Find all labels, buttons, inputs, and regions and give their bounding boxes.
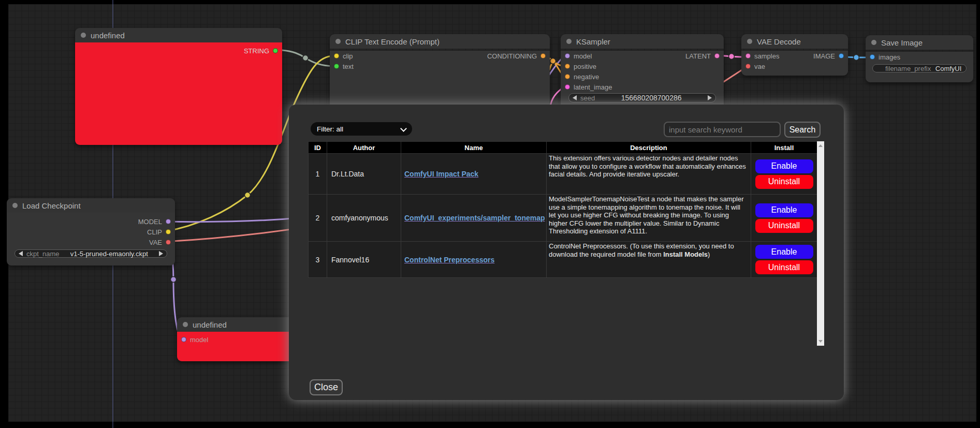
uninstall-button[interactable]: Uninstall xyxy=(755,260,813,274)
node-title-bar[interactable]: undefined xyxy=(177,317,295,332)
node-undefined-bottom[interactable]: undefined model xyxy=(177,317,295,361)
node-undefined-top[interactable]: undefined STRING xyxy=(75,28,282,145)
col-header-author: Author xyxy=(327,142,401,154)
output-slot-clip[interactable] xyxy=(166,229,171,234)
output-slot-image[interactable] xyxy=(839,53,844,58)
reroute-dot-model xyxy=(171,277,177,283)
table-scrollbar[interactable] xyxy=(817,141,824,346)
seed-widget[interactable]: seed 156680208700286 xyxy=(568,93,716,102)
collapse-dot-icon[interactable] xyxy=(747,39,752,44)
custom-nodes-dialog: Filter: all Search ID Author Name Descri… xyxy=(289,105,844,400)
node-title-bar[interactable]: CLIP Text Encode (Prompt) xyxy=(330,34,550,49)
cell-description: This extension offers various detector n… xyxy=(547,154,751,195)
collapse-dot-icon[interactable] xyxy=(81,33,86,38)
filter-dropdown-wrap: Filter: all xyxy=(311,122,412,136)
cell-id: 3 xyxy=(309,242,327,278)
output-slot-model[interactable] xyxy=(166,219,171,224)
extension-row: 3 Fannovel16 ControlNet Preprocessors Co… xyxy=(309,242,817,278)
cell-description: ControlNet Preprocessors. (To use this e… xyxy=(547,242,751,278)
cell-install: Enable Uninstall xyxy=(751,195,817,242)
node-save-image[interactable]: Save Image images filename_prefix ComfyU… xyxy=(866,35,973,82)
input-slot-model[interactable] xyxy=(181,337,186,342)
output-slot-vae[interactable] xyxy=(166,240,171,245)
node-title: undefined xyxy=(91,31,125,40)
input-slot-samples[interactable] xyxy=(745,53,751,58)
input-slot-vae[interactable] xyxy=(745,64,751,69)
node-vae-decode[interactable]: VAE Decode samples IMAGE vae xyxy=(741,34,848,76)
col-header-install: Install xyxy=(751,142,817,154)
cell-description: ModelSamplerTonemapNoiseTest a node that… xyxy=(547,195,751,242)
cell-author: Dr.Lt.Data xyxy=(327,154,401,195)
collapse-dot-icon[interactable] xyxy=(566,39,572,44)
node-load-checkpoint[interactable]: Load Checkpoint MODEL CLIP VAE ckpt_name… xyxy=(7,198,175,265)
input-slot-clip[interactable] xyxy=(334,53,339,58)
cell-id: 2 xyxy=(309,195,327,242)
cell-install: Enable Uninstall xyxy=(751,154,817,195)
input-slot-positive[interactable] xyxy=(565,64,570,69)
scroll-down-arrow-icon[interactable] xyxy=(818,340,823,343)
collapse-dot-icon[interactable] xyxy=(12,203,18,208)
node-title: Load Checkpoint xyxy=(22,201,81,210)
uninstall-button[interactable]: Uninstall xyxy=(755,175,813,189)
extensions-table-wrap: ID Author Name Description Install 1 Dr.… xyxy=(308,141,824,346)
next-checkpoint-arrow-icon[interactable] xyxy=(159,251,163,256)
table-header-row: ID Author Name Description Install xyxy=(309,142,817,154)
col-header-id: ID xyxy=(309,142,327,154)
comfyui-window: undefined STRING CLIP Text Encode (Promp… xyxy=(0,0,980,428)
reroute-dot-clip xyxy=(245,193,251,198)
node-title: Save Image xyxy=(881,38,923,47)
reroute-dot-conditioning xyxy=(550,58,556,64)
reroute-dot-string xyxy=(303,55,309,61)
search-input[interactable] xyxy=(664,122,781,137)
prev-checkpoint-arrow-icon[interactable] xyxy=(19,251,23,256)
close-button[interactable]: Close xyxy=(310,379,343,395)
node-title-bar[interactable]: Load Checkpoint xyxy=(7,198,175,213)
output-label: CONDITIONING xyxy=(487,52,537,60)
cell-install: Enable Uninstall xyxy=(751,242,817,278)
output-slot-string[interactable] xyxy=(273,48,278,53)
node-clip-text-encode[interactable]: CLIP Text Encode (Prompt) clip CONDITION… xyxy=(330,34,550,111)
node-title-bar[interactable]: KSampler xyxy=(561,34,724,49)
extension-link[interactable]: ComfyUI_experiments/sampler_tonemap xyxy=(404,214,545,222)
node-ksampler[interactable]: KSampler model LATENT positive negative … xyxy=(561,34,724,109)
input-slot-negative[interactable] xyxy=(565,74,570,79)
filter-dropdown[interactable]: Filter: all xyxy=(311,122,412,136)
extensions-table: ID Author Name Description Install 1 Dr.… xyxy=(308,141,817,278)
increment-arrow-icon[interactable] xyxy=(708,95,712,100)
output-label: LATENT xyxy=(685,52,711,60)
reroute-dot-image xyxy=(854,55,859,61)
input-slot-images[interactable] xyxy=(870,54,875,60)
output-slot-conditioning[interactable] xyxy=(540,53,546,58)
input-slot-latent-image[interactable] xyxy=(565,84,570,90)
uninstall-button[interactable]: Uninstall xyxy=(755,219,813,233)
enable-button[interactable]: Enable xyxy=(755,203,813,217)
input-slot-model[interactable] xyxy=(565,53,570,58)
output-label: VAE xyxy=(149,239,162,246)
extension-row: 1 Dr.Lt.Data ComfyUI Impact Pack This ex… xyxy=(309,154,817,195)
node-title-bar[interactable]: undefined xyxy=(75,28,282,42)
node-title-bar[interactable]: Save Image xyxy=(866,35,973,50)
extension-link[interactable]: ControlNet Preprocessors xyxy=(404,256,494,264)
filename-prefix-widget[interactable]: filename_prefix ComfyUI xyxy=(872,64,967,72)
cell-author: Fannovel16 xyxy=(327,242,401,278)
enable-button[interactable]: Enable xyxy=(755,245,813,259)
node-title: KSampler xyxy=(576,37,610,46)
search-button[interactable]: Search xyxy=(784,122,821,138)
ckpt-name-widget[interactable]: ckpt_name v1-5-pruned-emaonly.ckpt xyxy=(14,249,167,258)
extension-link[interactable]: ComfyUI Impact Pack xyxy=(404,170,478,178)
node-title: CLIP Text Encode (Prompt) xyxy=(345,37,440,46)
collapse-dot-icon[interactable] xyxy=(871,40,876,45)
node-title-bar[interactable]: VAE Decode xyxy=(741,34,848,49)
output-slot-latent[interactable] xyxy=(714,53,720,58)
enable-button[interactable]: Enable xyxy=(755,159,813,173)
collapse-dot-icon[interactable] xyxy=(183,322,188,327)
collapse-dot-icon[interactable] xyxy=(335,39,341,44)
input-slot-text[interactable] xyxy=(334,64,339,69)
extension-row: 2 comfyanonymous ComfyUI_experiments/sam… xyxy=(309,195,817,242)
output-label: IMAGE xyxy=(813,52,835,60)
scroll-up-arrow-icon[interactable] xyxy=(818,144,823,147)
output-label: STRING xyxy=(244,47,269,55)
decrement-arrow-icon[interactable] xyxy=(573,95,577,100)
node-title: VAE Decode xyxy=(757,37,801,46)
col-header-description: Description xyxy=(547,142,751,154)
